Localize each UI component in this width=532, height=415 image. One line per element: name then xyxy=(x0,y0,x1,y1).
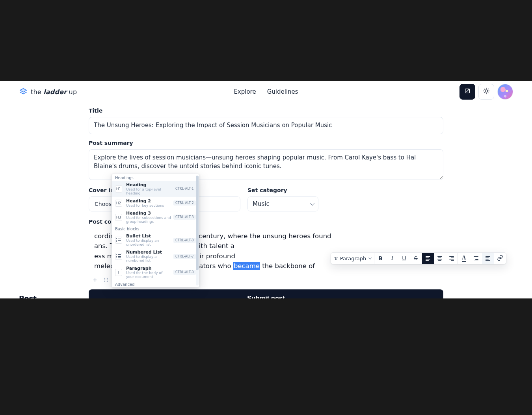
sun-icon xyxy=(483,87,490,96)
app-header: the ladder up Explore Guidelines xyxy=(0,81,532,103)
block-type-dropdown[interactable]: T Paragraph xyxy=(331,253,374,264)
svg-point-7 xyxy=(107,281,108,282)
align-right-button[interactable] xyxy=(446,253,458,264)
bm-item-kbd: CTRL-ALT-2 xyxy=(173,200,196,206)
underline-button[interactable]: U xyxy=(398,253,410,264)
nav-explore[interactable]: Explore xyxy=(234,88,256,95)
chevron-down-icon xyxy=(368,256,372,259)
bullet-list-icon xyxy=(115,237,122,244)
label-title: Title xyxy=(89,107,443,114)
stack-icon xyxy=(19,87,28,96)
bm-item-kbd: CTRL-ALT-1 xyxy=(173,186,196,191)
h3-icon: H3 xyxy=(115,214,122,221)
h1-icon: H1 xyxy=(115,185,122,193)
add-block-button[interactable] xyxy=(92,277,98,283)
avatar[interactable] xyxy=(497,84,513,100)
formatting-toolbar: T Paragraph B I U S A xyxy=(331,252,506,264)
h2-icon: H2 xyxy=(115,200,122,207)
outdent-icon xyxy=(485,256,490,261)
block-type-menu: Headings H1 Heading Used for a top-level… xyxy=(112,174,199,287)
post-text-fragment: the backbone of xyxy=(260,262,315,270)
submit-post-button[interactable]: Submit post xyxy=(89,289,443,298)
bm-item-sub: Used for a top-level heading xyxy=(126,188,171,196)
bm-item-title: Heading xyxy=(126,182,146,187)
brand[interactable]: the ladder up xyxy=(19,87,77,96)
align-center-button[interactable] xyxy=(434,253,446,264)
bm-item-title: Heading 3 xyxy=(126,211,151,216)
compose-button[interactable] xyxy=(459,84,475,100)
bm-group-headings: Headings xyxy=(112,174,199,181)
header-right xyxy=(459,84,513,100)
bm-item-kbd: CTRL-ALT-3 xyxy=(173,215,196,220)
strikethrough-button[interactable]: S xyxy=(410,253,422,264)
indent-icon xyxy=(474,256,478,261)
bm-item-sub: Used to display an unordered list xyxy=(126,239,171,247)
bm-scrollbar-thumb[interactable] xyxy=(196,176,199,270)
bm-item-heading-2[interactable]: H2 Heading 2 Used for key sections CTRL-… xyxy=(112,197,199,209)
bm-item-kbd: CTRL-ALT-7 xyxy=(173,254,196,259)
block-type-label: Paragraph xyxy=(340,256,366,261)
align-center-icon xyxy=(437,256,442,261)
theme-toggle-button[interactable] xyxy=(478,84,494,100)
bm-item-title: Numbered List xyxy=(126,250,162,255)
bm-item-heading-1[interactable]: H1 Heading Used for a top-level heading … xyxy=(112,181,199,197)
chevron-down-icon xyxy=(310,201,314,206)
outdent-button[interactable] xyxy=(482,253,494,264)
nav-center: Explore Guidelines xyxy=(234,88,298,95)
category-select[interactable]: Music xyxy=(247,196,318,211)
brand-text: the ladder up xyxy=(31,88,77,96)
title-input[interactable] xyxy=(89,117,443,134)
selected-text: became xyxy=(233,262,260,270)
svg-point-6 xyxy=(104,281,105,282)
bm-item-paragraph[interactable]: T Paragraph Used for the body of your do… xyxy=(112,265,199,281)
label-category: Set category xyxy=(247,187,318,193)
drag-handle-icon[interactable] xyxy=(103,277,109,283)
bm-item-kbd: CTRL-ALT-0 xyxy=(173,238,196,243)
bm-item-title: Heading 2 xyxy=(126,198,151,204)
indent-button[interactable] xyxy=(470,253,482,264)
link-button[interactable] xyxy=(494,253,506,264)
svg-point-2 xyxy=(104,278,105,279)
bold-button[interactable]: B xyxy=(374,253,386,264)
text-color-button[interactable]: A xyxy=(458,253,470,264)
bm-item-heading-3[interactable]: H3 Heading 3 Used for subsections and gr… xyxy=(112,209,199,226)
type-icon: T xyxy=(334,255,338,261)
bm-group-advanced: Advanced xyxy=(112,281,199,286)
text-color-icon: A xyxy=(462,255,466,262)
bm-item-sub: Used for key sections xyxy=(126,204,171,208)
numbered-list-icon xyxy=(115,253,122,260)
bm-item-kbd: CTRL-ALT-0 xyxy=(173,270,196,275)
align-left-button[interactable] xyxy=(422,253,434,264)
bm-item-sub: Used for the body of your document xyxy=(126,271,171,279)
bm-item-sub: Used to display a numbered list xyxy=(126,255,171,263)
align-left-icon xyxy=(426,256,430,261)
align-right-icon xyxy=(449,256,454,261)
svg-point-5 xyxy=(107,280,108,280)
bm-item-sub: Used for subsections and group headings xyxy=(126,216,171,224)
svg-point-4 xyxy=(104,280,105,280)
bm-item-numbered-list[interactable]: Numbered List Used to display a numbered… xyxy=(112,248,199,265)
edit-square-icon xyxy=(464,88,471,96)
svg-point-3 xyxy=(107,278,108,279)
svg-point-1 xyxy=(485,90,487,92)
italic-button[interactable]: I xyxy=(386,253,398,264)
category-value: Music xyxy=(253,200,270,208)
bm-item-title: Paragraph xyxy=(126,266,151,271)
paragraph-icon: T xyxy=(115,269,122,276)
bm-item-title: Bullet List xyxy=(126,233,151,239)
label-summary: Post summary xyxy=(89,140,443,146)
footer-cutoff-text: Post xyxy=(19,294,37,298)
link-icon xyxy=(497,255,503,262)
nav-guidelines[interactable]: Guidelines xyxy=(267,88,298,95)
bm-item-bullet-list[interactable]: Bullet List Used to display an unordered… xyxy=(112,232,199,248)
bm-group-basic: Basic blocks xyxy=(112,225,199,232)
